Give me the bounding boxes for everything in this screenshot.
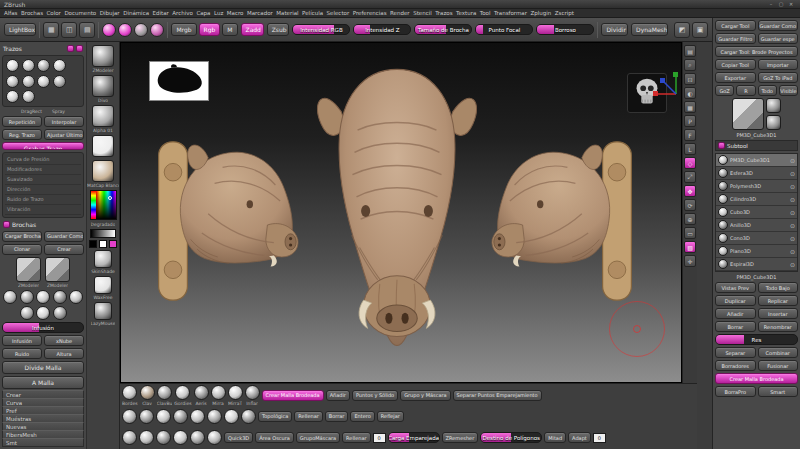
menu-item[interactable]: Archivo [172, 10, 193, 16]
subtool-row[interactable]: Anillo3D ⊙ [716, 219, 797, 232]
tool-file-button[interactable]: Guardar espe [758, 33, 799, 44]
subtool-action-button[interactable]: Borrar [715, 321, 756, 332]
menu-item[interactable]: Tool [480, 10, 491, 16]
shelf-icon[interactable]: ⊕ [684, 213, 696, 225]
zmodeler-thumb[interactable]: ZModeler [45, 257, 70, 288]
mask-tool-button[interactable]: Borrar [325, 411, 349, 422]
subtool-action-button[interactable]: Duplicar [715, 295, 756, 306]
menu-item[interactable]: Zplugin [531, 10, 552, 16]
material-sphere-icon[interactable] [139, 430, 154, 445]
subtool-row[interactable]: Plano3D ⊙ [716, 245, 797, 258]
secondary-color-swatch[interactable] [99, 240, 107, 248]
brush-thumb[interactable]: Gordies [174, 385, 191, 405]
tool-io-button[interactable]: Copiar Tool [715, 59, 756, 70]
modifier-item[interactable]: Curva de Presión [5, 155, 81, 165]
brush-option-button[interactable]: Altura [44, 348, 84, 359]
sculpt-mode-icon[interactable] [102, 23, 116, 37]
shelf-icon[interactable]: L [684, 143, 696, 155]
view-option-icon[interactable]: ▣ [692, 22, 708, 38]
visibility-eye-icon[interactable]: ⊙ [790, 248, 795, 255]
menu-item[interactable]: Luz [214, 10, 223, 16]
quick-pick-thumb[interactable]: ZModeler [92, 45, 114, 73]
tool-io-button[interactable]: Importar [758, 59, 799, 70]
visibility-eye-icon[interactable]: ⊙ [790, 157, 795, 164]
tool-file-button[interactable]: Cargar Tool [715, 20, 756, 31]
minimize-icon[interactable]: – [766, 1, 776, 7]
paint-mode-button[interactable]: M [222, 23, 237, 36]
menu-item[interactable]: Textura [456, 10, 476, 16]
document-mode-icon[interactable]: ▤ [79, 22, 95, 38]
modifier-item[interactable]: Ruido de Trazo [5, 195, 81, 205]
menu-item[interactable]: Trazos [435, 10, 452, 16]
shelf-icon[interactable]: ✛ [684, 255, 696, 267]
menu-item[interactable]: Alfas [4, 10, 17, 16]
create-shadowbox-button[interactable]: Crear Malla Brodeada [715, 373, 798, 384]
group-tool-button[interactable]: Área Oscura [255, 432, 294, 443]
stroke-type-icon[interactable] [53, 59, 66, 72]
mesh-tool-button[interactable]: Crear Malla Brodeada [262, 390, 324, 401]
zremesher-button[interactable]: ZRemesher [442, 432, 479, 443]
material-sphere-icon[interactable] [139, 409, 154, 424]
gradient-bar[interactable] [90, 229, 116, 238]
brush-thumb[interactable]: Aeris [194, 385, 209, 405]
brush-option-button[interactable]: Infusión [2, 335, 42, 346]
shelf-slider[interactable]: Punto Focal [475, 24, 533, 35]
stroke-type-icon[interactable] [37, 59, 50, 72]
subtool-row[interactable]: Espiral3D ⊙ [716, 258, 797, 271]
color-picker[interactable] [90, 190, 117, 220]
lightbox-button[interactable]: LightBox [4, 23, 36, 36]
document-mode-icon[interactable]: ◫ [61, 22, 77, 38]
palette-menu-icon[interactable] [76, 45, 83, 52]
subtool-action-button[interactable]: Añadir [715, 308, 756, 319]
shelf-slider[interactable]: Intensidad Z [353, 24, 411, 35]
menu-item[interactable]: Preferencias [353, 10, 387, 16]
mesh-action-button[interactable]: Divide Malla [2, 361, 84, 374]
group-tool-button[interactable]: Quick3D [224, 432, 253, 443]
quick-pick-thumb[interactable] [92, 135, 114, 158]
goz-button[interactable]: Todo [758, 85, 777, 96]
stroke-option-button[interactable]: Reg. Trazo [2, 129, 42, 140]
quick-pick-thumb[interactable]: Divo [92, 75, 114, 103]
remesh-option-button[interactable]: Mitad [544, 432, 566, 443]
brush-file-button[interactable]: Cargar Brochas [2, 231, 42, 242]
dynamesh-button[interactable]: DynaMesh [631, 23, 668, 36]
stroke-option-button[interactable]: Repetición [2, 116, 42, 127]
recent-tool-thumb[interactable] [766, 115, 781, 130]
material-sphere-icon[interactable] [207, 430, 222, 445]
material-sphere-icon[interactable] [190, 430, 205, 445]
stroke-type-icon[interactable] [22, 90, 35, 103]
shelf-icon[interactable]: ▦ [684, 101, 696, 113]
modifier-item[interactable]: Suavizado [5, 175, 81, 185]
material-thumb-item[interactable]: WaxFree [93, 276, 112, 300]
menu-item[interactable]: Render [390, 10, 410, 16]
menu-item[interactable]: Película [302, 10, 323, 16]
subtool-row[interactable]: PM3D_Cube3D1 ⊙ [716, 154, 797, 167]
material-sphere-icon[interactable] [156, 430, 171, 445]
shelf-icon[interactable]: ⟳ [684, 199, 696, 211]
menu-item[interactable]: Color [47, 10, 61, 16]
divide-button[interactable]: Dividir [601, 23, 628, 36]
group-tool-button[interactable]: Rellenar [342, 432, 370, 443]
remesh-option-button[interactable]: Adapt [568, 432, 591, 443]
menu-item[interactable]: Brochas [21, 10, 43, 16]
shelf-slider[interactable]: Intensidad RGB [292, 24, 350, 35]
merge-button[interactable]: Borradores [715, 360, 756, 371]
brush-file-button[interactable]: Crear [44, 244, 84, 255]
main-color-swatch[interactable] [89, 240, 97, 248]
brush-thumb[interactable]: Bordes [122, 385, 138, 405]
recent-tool-thumb[interactable] [766, 98, 781, 113]
brush-thumb[interactable]: Clay [140, 385, 155, 405]
material-sphere-icon[interactable] [207, 409, 222, 424]
mesh-tool-button[interactable]: Añadir [326, 390, 350, 401]
shelf-icon[interactable]: ▧ [684, 241, 696, 253]
material-sphere-icon[interactable] [241, 409, 256, 424]
active-tool-thumb[interactable] [732, 98, 764, 130]
brush-thumb[interactable]: Mirra [211, 385, 226, 405]
modifier-item[interactable]: Dirección [5, 185, 81, 195]
paint-mode-button[interactable]: Mrgb [171, 23, 196, 36]
tool-file-button[interactable]: Guardar Filtro [715, 33, 756, 44]
goz-button[interactable]: R [736, 85, 755, 96]
modifier-item[interactable]: Modificadores [5, 165, 81, 175]
visibility-eye-icon[interactable]: ⊙ [790, 196, 795, 203]
brush-preset-icon[interactable] [36, 290, 50, 304]
